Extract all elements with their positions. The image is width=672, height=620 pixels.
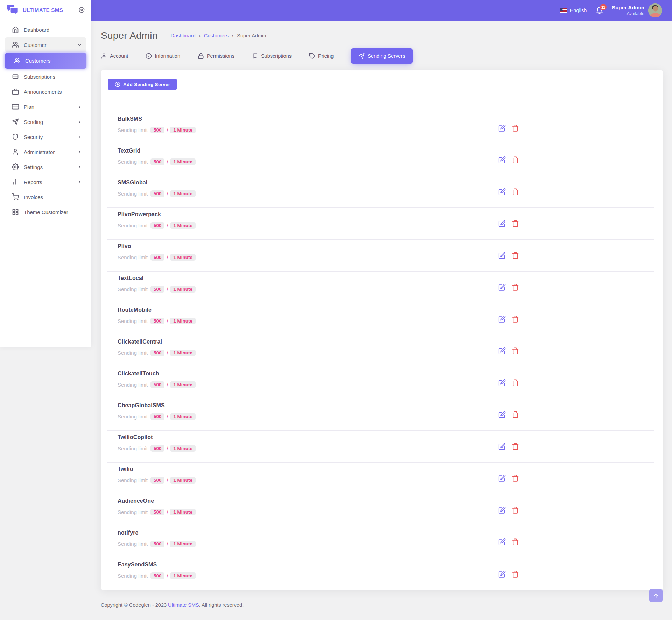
sidebar-item-subscriptions[interactable]: Subscriptions [5,69,86,84]
tab-information[interactable]: Information [146,53,180,59]
limit-separator: / [167,446,168,451]
row-actions [498,347,519,355]
edit-icon[interactable] [498,252,506,259]
tab-icon [309,53,315,59]
delete-icon[interactable] [512,538,519,546]
breadcrumb-separator: › [232,33,233,38]
server-limit: Sending limit 500 / 1 Minute [118,477,654,484]
sidebar-item-dashboard[interactable]: Dashboard [5,22,86,37]
limit-separator: / [167,350,168,356]
edit-icon[interactable] [498,156,506,164]
server-limit: Sending limit 500 / 1 Minute [118,445,654,452]
edit-icon[interactable] [498,125,506,132]
delete-icon[interactable] [512,220,519,227]
limit-separator: / [167,287,168,292]
sidebar-item-announcements[interactable]: Announcements [5,84,86,99]
sidebar-item-icon [12,88,19,95]
server-row: CheapGlobalSMS Sending limit 500 / 1 Min… [107,399,654,431]
sidebar-item-icon [12,103,19,110]
notifications-button[interactable]: 11 [596,7,603,14]
breadcrumb-item-dashboard[interactable]: Dashboard [171,33,196,38]
server-limit: Sending limit 500 / 1 Minute [118,254,654,261]
sidebar-item-settings[interactable]: Settings [5,160,86,174]
edit-icon[interactable] [498,570,506,578]
delete-icon[interactable] [512,570,519,578]
tab-icon [198,53,204,59]
server-limit: Sending limit 500 / 1 Minute [118,158,654,165]
footer-link[interactable]: Ultimate SMS [168,602,199,608]
limit-value-badge: 500 [150,381,165,388]
sidebar-item-theme-customizer[interactable]: Theme Customizer [5,205,86,219]
limit-separator: / [167,223,168,228]
tab-permissions[interactable]: Permissions [198,53,234,59]
edit-icon[interactable] [498,220,506,227]
sending-limit-label: Sending limit [118,286,148,292]
delete-icon[interactable] [512,411,519,418]
server-row: TwilioCopilot Sending limit 500 / 1 Minu… [107,431,654,463]
language-switcher[interactable]: English [560,8,587,13]
tab-subscriptions[interactable]: Subscriptions [252,53,292,59]
user-name: Super Admin [612,5,644,11]
brand[interactable]: ULTIMATE SMS [0,0,91,19]
row-actions [498,570,519,578]
chevron-right-icon [77,149,82,155]
edit-icon[interactable] [498,411,506,418]
sidebar-item-security[interactable]: Security [5,129,86,144]
edit-icon[interactable] [498,475,506,482]
delete-icon[interactable] [512,125,519,132]
sidebar-toggle-icon[interactable] [78,7,85,13]
sending-limit-label: Sending limit [118,382,148,388]
edit-icon[interactable] [498,188,506,196]
server-name: RouteMobile [118,307,654,313]
server-name: TextLocal [118,275,654,281]
tab-account[interactable]: Account [101,53,128,59]
delete-icon[interactable] [512,507,519,514]
copyright-text: Copyright © Codeglen - 2023 [101,602,167,608]
delete-icon[interactable] [512,475,519,482]
limit-separator: / [167,159,168,165]
user-menu[interactable]: Super Admin Available [612,5,644,16]
delete-icon[interactable] [512,379,519,387]
delete-icon[interactable] [512,284,519,291]
server-row: Plivo Sending limit 500 / 1 Minute [107,240,654,272]
server-name: AudienceOne [118,498,654,504]
limit-interval-badge: 1 Minute [170,254,196,261]
edit-icon[interactable] [498,507,506,514]
sidebar-item-reports[interactable]: Reports [5,175,86,189]
sidebar-item-plan[interactable]: Plan [5,99,86,114]
sidebar-item-administrator[interactable]: Administrator [5,145,86,159]
scroll-top-button[interactable] [649,589,663,602]
sidebar-item-customers[interactable]: Customers [5,53,86,69]
delete-icon[interactable] [512,316,519,323]
limit-value-badge: 500 [150,350,165,356]
avatar[interactable] [648,3,662,17]
delete-icon[interactable] [512,443,519,450]
delete-icon[interactable] [512,188,519,196]
tab-sending-servers[interactable]: Sending Servers [351,48,412,64]
server-row: RouteMobile Sending limit 500 / 1 Minute [107,303,654,335]
edit-icon[interactable] [498,347,506,355]
edit-icon[interactable] [498,538,506,546]
delete-icon[interactable] [512,347,519,355]
server-row: Twilio Sending limit 500 / 1 Minute [107,463,654,494]
edit-icon[interactable] [498,284,506,291]
edit-icon[interactable] [498,316,506,323]
sending-limit-label: Sending limit [118,127,148,133]
delete-icon[interactable] [512,156,519,164]
limit-separator: / [167,509,168,515]
server-limit: Sending limit 500 / 1 Minute [118,190,654,197]
add-sending-server-button[interactable]: Add Sending Server [108,79,177,90]
sidebar-item-invoices[interactable]: Invoices [5,190,86,204]
sidebar-item-customer[interactable]: Customer [5,37,86,52]
sidebar-item-sending[interactable]: Sending [5,114,86,129]
tab-pricing[interactable]: Pricing [309,53,334,59]
limit-interval-badge: 1 Minute [170,541,196,547]
content-card: Add Sending Server BulkSMS Sending limit… [101,70,663,590]
row-actions [498,538,519,546]
edit-icon[interactable] [498,443,506,450]
edit-icon[interactable] [498,379,506,387]
delete-icon[interactable] [512,252,519,259]
row-actions [498,316,519,323]
limit-value-badge: 500 [150,477,165,484]
breadcrumb-item-customers[interactable]: Customers [204,33,229,38]
